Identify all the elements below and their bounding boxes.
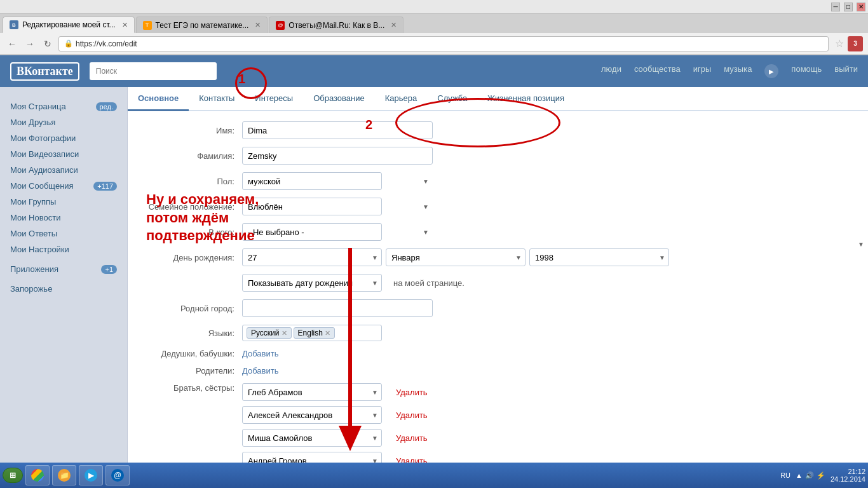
url-text: https://vk.com/edit: [76, 39, 137, 48]
maximize-button[interactable]: □: [844, 3, 853, 11]
tab-close-ege[interactable]: ✕: [255, 21, 261, 29]
sidebar-item-audio[interactable]: Мои Аудиозаписи: [0, 162, 127, 178]
nav-music[interactable]: музыка: [724, 64, 752, 78]
gender-control: мужской женский не указан ▼: [242, 172, 433, 190]
tab-basic[interactable]: Основное: [128, 87, 189, 111]
mail-favicon: @: [276, 21, 285, 30]
minimize-button[interactable]: ─: [831, 3, 840, 11]
nav-people[interactable]: люди: [601, 64, 621, 78]
nav-games[interactable]: игры: [693, 64, 712, 78]
nav-help[interactable]: помощь: [791, 64, 822, 78]
sidebar-item-apps[interactable]: Приложения +1: [0, 261, 127, 277]
last-name-row: Фамилия:: [140, 147, 855, 165]
sidebar-item-photos[interactable]: Мои Фотографии: [0, 130, 127, 146]
extension-icon[interactable]: 3: [848, 36, 863, 51]
bookmark-star-icon[interactable]: ☆: [835, 37, 844, 50]
sidebar-item-answers[interactable]: Мои Ответы: [0, 226, 127, 241]
sidebar-item-videos[interactable]: Мои Видеозаписи: [0, 146, 127, 162]
video-icon: ▶: [85, 469, 97, 482]
vk-search-input[interactable]: [90, 62, 217, 80]
back-button[interactable]: ←: [5, 37, 19, 51]
gender-select[interactable]: мужской женский не указан: [242, 172, 382, 190]
outlook-icon: @: [111, 469, 124, 482]
first-name-row: Имя:: [140, 121, 855, 139]
birthday-day-select[interactable]: 27: [242, 248, 382, 266]
tab-education[interactable]: Образование: [303, 87, 375, 111]
sibling-2-delete[interactable]: Удалить: [396, 410, 428, 420]
sibling-3-delete[interactable]: Удалить: [396, 433, 428, 443]
edit-form: Имя: Фамилия: Пол:: [128, 111, 868, 488]
taskbar-chrome[interactable]: [25, 465, 50, 485]
reload-button[interactable]: ↻: [41, 37, 55, 51]
last-name-input[interactable]: [242, 147, 433, 165]
tab-interests[interactable]: Интересы: [245, 87, 303, 111]
last-name-label: Фамилия:: [140, 151, 242, 161]
birthday-year-select[interactable]: 1998: [529, 248, 669, 266]
tab-ege[interactable]: T Тест ЕГЭ по математике... ✕: [136, 17, 268, 33]
sidebar-item-news[interactable]: Мои Новости: [0, 210, 127, 226]
folder-icon: 📁: [58, 469, 71, 482]
ssl-icon: 🔒: [64, 39, 73, 48]
taskbar-outlook[interactable]: @: [105, 465, 130, 485]
tab-career[interactable]: Карьера: [375, 87, 428, 111]
birthday-show-note: на моей странице.: [393, 278, 465, 288]
taskbar-clock: 21:12 24.12.2014: [831, 468, 865, 483]
tab-service[interactable]: Служба: [427, 87, 477, 111]
grandparents-add-link[interactable]: Добавить: [242, 349, 278, 358]
sibling-row-2: Алексей Александров ▼ Удалить: [242, 406, 428, 424]
tab-label-mail: Ответы@Mail.Ru: Как в В...: [288, 21, 384, 30]
tab-label-vk: Редактирование моей ст...: [22, 20, 116, 29]
first-name-control: [242, 121, 433, 139]
sidebar-item-messages[interactable]: Мои Сообщения +117: [0, 178, 127, 194]
sidebar-item-my-page[interactable]: Моя Страница ред.: [0, 98, 127, 114]
taskbar-lang: RU: [780, 471, 790, 479]
birthday-year-wrapper: 1998 ▼: [529, 248, 669, 266]
address-bar[interactable]: 🔒 https://vk.com/edit: [58, 36, 829, 51]
messages-badge: +117: [93, 182, 117, 191]
taskbar-folder[interactable]: 📁: [52, 465, 76, 485]
birthday-show-select[interactable]: Показывать дату рождения: [242, 274, 382, 292]
sidebar-item-friends[interactable]: Мои Друзья: [0, 114, 127, 130]
birthday-month-select[interactable]: Января: [386, 248, 526, 266]
birthday-month-wrapper: Января ▼: [386, 248, 526, 266]
taskbar-video[interactable]: ▶: [79, 465, 103, 485]
sidebar-item-groups[interactable]: Мои Группы: [0, 194, 127, 210]
forward-button[interactable]: →: [23, 37, 37, 51]
lang-english-remove[interactable]: ✕: [325, 329, 330, 337]
birthday-show-row: Показывать дату рождения ▼ на моей стран…: [140, 274, 855, 292]
partner-select[interactable]: - Не выбрано -: [242, 223, 382, 241]
sidebar-item-city[interactable]: Запорожье: [0, 281, 127, 297]
sibling-3-select[interactable]: Миша Самойлов: [242, 429, 382, 447]
sibling-row-3: Миша Самойлов ▼ Удалить: [242, 429, 428, 447]
hometown-row: Родной город:: [140, 299, 855, 317]
marital-select-arrow: ▼: [423, 203, 429, 210]
start-button[interactable]: ⊞: [3, 468, 23, 483]
parents-label: Родители:: [140, 366, 242, 376]
tab-life-position[interactable]: Жизненная позиция: [477, 87, 574, 111]
first-name-input[interactable]: [242, 121, 433, 139]
hometown-input[interactable]: [242, 299, 433, 317]
sibling-1-delete[interactable]: Удалить: [396, 388, 428, 397]
network-icon: ▲: [796, 471, 803, 479]
sibling-1-select[interactable]: Глеб Абрамов: [242, 383, 382, 401]
tab-contacts[interactable]: Контакты: [189, 87, 245, 111]
parents-add-link[interactable]: Добавить: [242, 366, 278, 376]
vk-navigation: люди сообщества игры музыка ▶ помощь вый…: [601, 64, 858, 78]
tab-close-mail[interactable]: ✕: [391, 21, 397, 29]
languages-field[interactable]: Русский ✕ English ✕ ▼: [242, 325, 382, 341]
vk-logo[interactable]: ВКонтакте: [10, 62, 79, 81]
sibling-1-wrapper: Глеб Абрамов ▼: [242, 383, 382, 401]
nav-play-button[interactable]: ▶: [764, 64, 778, 78]
partner-row: В кого: - Не выбрано - ▼: [140, 223, 855, 241]
sidebar-item-settings[interactable]: Мои Настройки: [0, 241, 127, 257]
marital-select[interactable]: Влюблён Не указано Женат / Замужем: [242, 198, 382, 215]
vk-header: ВКонтакте люди сообщества игры музыка ▶ …: [0, 55, 868, 87]
tab-vk[interactable]: В Редактирование моей ст... ✕: [3, 17, 135, 33]
nav-logout[interactable]: выйти: [834, 64, 858, 78]
close-button[interactable]: ✕: [857, 3, 865, 11]
tab-mail[interactable]: @ Ответы@Mail.Ru: Как в В... ✕: [269, 17, 403, 33]
nav-communities[interactable]: сообщества: [634, 64, 681, 78]
tab-close-vk[interactable]: ✕: [122, 21, 128, 29]
lang-russian-remove[interactable]: ✕: [281, 329, 287, 337]
sibling-2-select[interactable]: Алексей Александров: [242, 406, 382, 424]
